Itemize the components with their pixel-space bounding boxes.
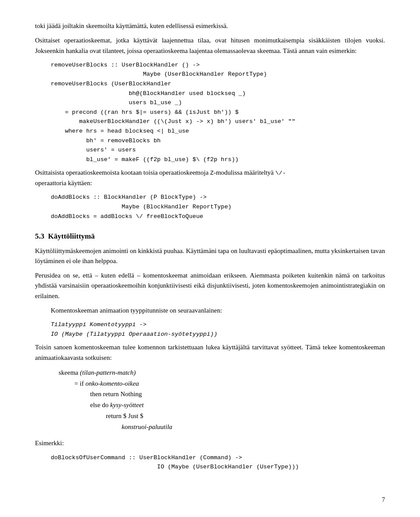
p3-code-op: \/- — [275, 170, 286, 176]
p2-text: Osittaiset operaatioskeemat, jotka käytt… — [35, 37, 385, 54]
p3-text-c: operaattoria käyttäen: — [35, 179, 92, 186]
section-number: 5.3 — [35, 232, 44, 240]
schema-line-2-italic: onko-komento-oikea — [85, 380, 139, 387]
p3-text: Osittaisista operaatioskeemoista kootaan… — [35, 169, 210, 176]
schema-line-5: return $ Just $ — [106, 411, 385, 422]
code-block-2: doAddBlocks :: BlockHandler (P BlockType… — [51, 193, 385, 221]
schema-line-6-italic: konstruoi-paluutila — [122, 423, 172, 430]
schema-line-1: skeema (tilan-pattern-match) — [59, 367, 385, 378]
schema-line-3: then return Nothing — [90, 389, 385, 400]
schema-line-2: = if onko-komento-oikea — [74, 378, 385, 389]
paragraph-4: Käyttöliittymäskeemojen animointi on kin… — [35, 246, 385, 267]
paragraph-8: Esimerkki: — [35, 438, 385, 448]
code-block-3: Tilatyyppi Komentotyyppi -> IO (Maybe (T… — [51, 320, 385, 339]
paragraph-2: Osittaiset operaatioskeemat, jotka käytt… — [35, 35, 385, 56]
paragraph-7: Toisin sanoen komentoskeeman tulee komen… — [35, 342, 385, 363]
schema-line-4-italic: kysy-syötteet — [110, 401, 144, 408]
schema-line-1-pre: skeema — [59, 369, 78, 376]
section-title: Käyttöliittymä — [48, 232, 95, 240]
code-block-1: removeUserBlocks :: UserBlockHandler () … — [51, 60, 385, 165]
schema-block: skeema (tilan-pattern-match) = if onko-k… — [59, 367, 385, 433]
p3-text-b: -modulissa määriteltyä — [214, 169, 275, 176]
paragraph-6: Komentoskeeman animaation tyyppitunniste… — [51, 306, 385, 316]
paragraph-3: Osittaisista operaatioskeemoista kootaan… — [35, 168, 385, 188]
schema-line-4: else do kysy-syötteet — [90, 400, 385, 411]
schema-line-4-pre: else do — [90, 401, 110, 408]
schema-line-6: konstruoi-paluutila — [122, 422, 385, 433]
schema-line-2-pre: = if — [74, 380, 85, 387]
page-number: 7 — [382, 495, 385, 505]
paragraph-5: Perusidea on se, että – kuten edellä – k… — [35, 271, 385, 301]
schema-line-1-italic: (tilan-pattern-match) — [80, 369, 136, 376]
section-heading-5-3: 5.3 Käyttöliittymä — [35, 231, 385, 242]
paragraph-1: toki jäädä joiltakin skeemoilta käyttämä… — [35, 21, 385, 31]
code-block-4: doBlocksOfUserCommand :: UserBlockHandle… — [51, 453, 385, 472]
page: toki jäädä joiltakin skeemoilta käyttämä… — [0, 0, 420, 517]
